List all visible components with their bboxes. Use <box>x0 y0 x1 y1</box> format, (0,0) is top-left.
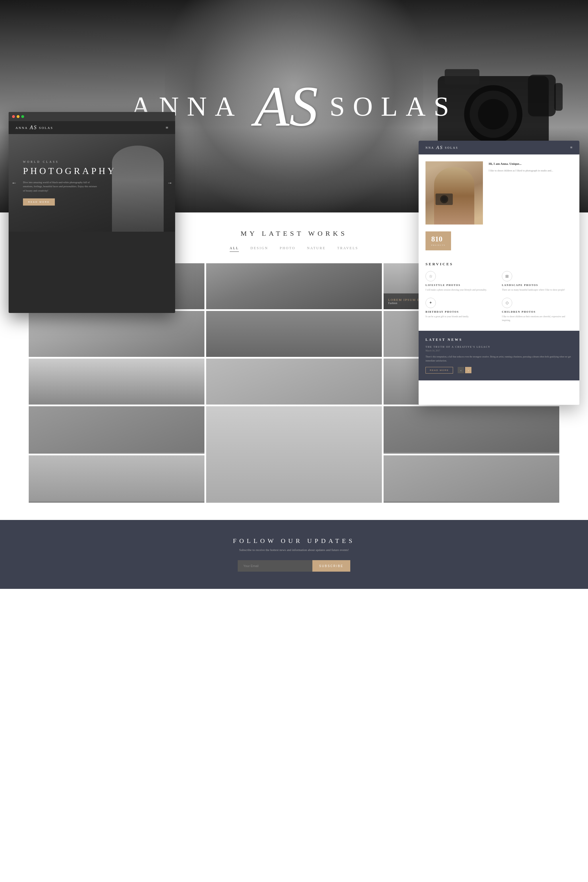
gallery-item-5[interactable] <box>206 311 382 357</box>
mockup1-menu-icon[interactable]: ≡ <box>166 125 168 130</box>
gallery-item-7[interactable] <box>29 358 204 405</box>
browser-mockup-left: ANNA AS SOLAS ≡ ← WORLD CLASS PHOTOGRAPH… <box>9 112 175 313</box>
browser-mockup-right: NNA AS SOLAS ≡ <box>418 141 579 405</box>
mockup1-person-silhouette <box>112 146 164 232</box>
service-lifestyle: ☆ LIFESTYLE PHOTOS I will make a photo s… <box>426 271 496 292</box>
browser-dot-yellow <box>16 115 20 118</box>
mockup2-about-body: I like to shoot children as I liked to p… <box>489 168 573 173</box>
gallery-item-4[interactable] <box>29 311 204 357</box>
browser-dot-green <box>21 115 24 118</box>
follow-form: SUBSCRIBE <box>238 560 351 572</box>
mockup2-news-title: LATEST NEWS <box>426 338 573 342</box>
gallery-item-12[interactable] <box>384 406 559 454</box>
service-landscape: ⊞ LANDSCAPE PHOTOS There are so many bea… <box>502 271 573 292</box>
svg-point-4 <box>478 99 508 129</box>
mockup1-prev-arrow[interactable]: ← <box>12 180 16 186</box>
mockup2-news-actions: READ MORE ‹ › <box>426 367 573 374</box>
mockup2-services-section: SERVICES ☆ LIFESTYLE PHOTOS I will make … <box>418 256 579 328</box>
mockup2-services-title: SERVICES <box>426 262 573 266</box>
gallery-item-2[interactable] <box>206 263 382 309</box>
gallery-item-8[interactable] <box>206 358 382 405</box>
page-wrapper: ANNA AS SOLAS ANNA AS SOLAS ≡ ← WORLD CL… <box>0 0 588 589</box>
mockup2-stat-number: 810 <box>431 236 445 243</box>
service-landscape-desc: There are so many beautiful landscapes w… <box>502 288 573 292</box>
gallery-item-10[interactable] <box>29 406 204 454</box>
svg-rect-5 <box>528 75 556 116</box>
service-lifestyle-name: LIFESTYLE PHOTOS <box>426 284 496 286</box>
gallery-item-13[interactable] <box>29 455 204 503</box>
service-landscape-name: LANDSCAPE PHOTOS <box>502 284 573 286</box>
mockup2-news-prev[interactable]: ‹ <box>458 367 464 373</box>
browser-bar-left <box>9 112 175 121</box>
mockup2-news-article-title: THE TRUTH OF A CREATIVE'S LEGACY <box>426 345 573 348</box>
service-lifestyle-icon: ☆ <box>426 271 436 281</box>
mockup2-logo-text: NNA <box>426 146 434 149</box>
mockup1-nav: ANNA AS SOLAS ≡ <box>9 121 175 134</box>
mockup2-news-next[interactable]: › <box>465 367 471 373</box>
mockup1-read-more-btn[interactable]: READ MORE <box>23 198 55 206</box>
svg-point-9 <box>442 196 447 202</box>
service-children-desc: I like to shoot children as their emotio… <box>502 315 573 322</box>
mockup2-stat-box: 810 Projects <box>426 231 451 250</box>
mockup1-logo-text2: SOLAS <box>39 126 53 129</box>
mockup2-photo <box>426 161 483 225</box>
follow-subtitle: Subscribe to receive the hottest news an… <box>239 548 349 552</box>
gallery-item-11[interactable] <box>206 406 382 503</box>
mockup2-about-section: Hi, I am Anna. Unique... I like to shoot… <box>418 154 579 231</box>
mockup1-hero-desc: Dive into amazing world of black-and-whi… <box>23 180 98 193</box>
mockup1-hero-slide: ← WORLD CLASS PHOTOGRAPHY Dive into amaz… <box>9 134 175 232</box>
mockup2-read-more-btn[interactable]: READ MORE <box>426 367 453 374</box>
mockup1-next-arrow[interactable]: → <box>167 180 172 186</box>
mockup2-stats-bar: 810 Projects <box>418 231 579 250</box>
service-children-icon: ◇ <box>502 298 512 308</box>
hero-name-solas: SOLAS <box>330 90 457 122</box>
follow-updates-section: FOLLOW OUR UPDATES Subscribe to receive … <box>0 520 588 589</box>
mockup2-latest-news: LATEST NEWS THE TRUTH OF A CREATIVE'S LE… <box>418 331 579 380</box>
mockup1-logo: ANNA AS SOLAS <box>15 124 53 130</box>
service-birthday-icon: ✦ <box>426 298 436 308</box>
browser-dot-red <box>12 115 15 118</box>
mockup1-logo-script: AS <box>30 124 38 130</box>
mockup2-stat-label: Projects <box>431 244 445 246</box>
mockup2-about-title: Hi, I am Anna. Unique... <box>489 161 573 166</box>
follow-title: FOLLOW OUR UPDATES <box>233 537 355 544</box>
mockup2-logo-solas: SOLAS <box>445 146 459 149</box>
service-lifestyle-desc: I will make a photo session showing your… <box>426 288 496 292</box>
mockup2-services-grid: ☆ LIFESTYLE PHOTOS I will make a photo s… <box>426 271 573 322</box>
gallery-item-14[interactable] <box>384 455 559 503</box>
service-children-name: CHILDREN PHOTOS <box>502 310 573 313</box>
mockup1-hero-subtitle: WORLD CLASS <box>23 160 59 164</box>
mockup2-about-text: Hi, I am Anna. Unique... I like to shoot… <box>489 161 573 173</box>
filter-tab-nature[interactable]: NATURE <box>307 246 326 252</box>
mockup2-camera-svg <box>434 190 457 207</box>
mockup2-news-body: There's this temptation, a lull that sed… <box>426 355 573 363</box>
mockup2-person-img <box>426 161 483 225</box>
mockup2-logo: NNA AS SOLAS <box>426 145 458 150</box>
mockup1-logo-text1: ANNA <box>15 126 28 129</box>
mockup2-nav: NNA AS SOLAS ≡ <box>418 141 579 154</box>
service-birthday-name: BIRTHDAY PHOTOS <box>426 310 496 313</box>
service-children: ◇ CHILDREN PHOTOS I like to shoot childr… <box>502 298 573 322</box>
filter-tab-design[interactable]: DESIGN <box>250 246 268 252</box>
mockup2-logo-script: AS <box>436 145 443 150</box>
filter-tab-all[interactable]: ALL <box>230 246 239 252</box>
service-birthday: ✦ BIRTHDAY PHOTOS It can be a great gift… <box>426 298 496 322</box>
mockup1-hero-title: PHOTOGRAPHY <box>23 166 117 176</box>
hero-title-block: ANNA AS SOLAS <box>131 80 457 132</box>
follow-subscribe-btn[interactable]: SUBSCRIBE <box>312 560 351 572</box>
service-birthday-desc: It can be a great gift to your friends a… <box>426 315 496 319</box>
follow-email-input[interactable] <box>238 560 312 572</box>
hero-monogram: AS <box>254 80 318 132</box>
filter-tab-photo[interactable]: PHOTO <box>280 246 296 252</box>
mockup2-menu-icon[interactable]: ≡ <box>570 145 573 150</box>
mockup2-news-pagination: ‹ › <box>458 367 471 373</box>
filter-tab-travels[interactable]: TRAVELS <box>338 246 358 252</box>
svg-rect-6 <box>554 83 563 111</box>
mockup2-news-date: March 14, 2017 <box>426 350 573 352</box>
service-landscape-icon: ⊞ <box>502 271 512 281</box>
